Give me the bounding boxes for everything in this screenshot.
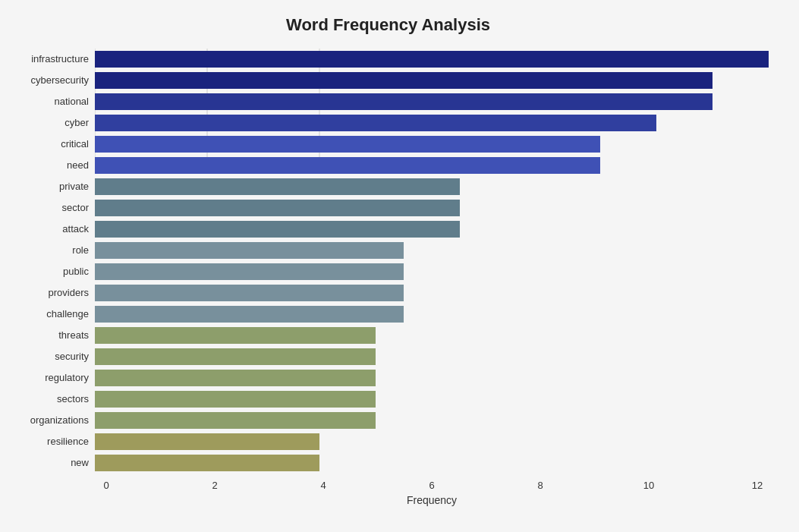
bar [95,93,712,110]
bar-row [95,325,769,346]
bar [95,221,460,238]
bar-row [95,134,769,155]
bar-row [95,91,769,112]
y-label: private [8,176,89,197]
bar [95,136,600,153]
chart-title: Word Frequency Analysis [8,15,769,35]
bar [95,72,712,89]
bar-row [95,197,769,219]
bar-row [95,155,769,176]
x-tick-label: 2 [203,480,226,491]
bar [95,327,376,344]
bar-row [95,304,769,325]
y-label: providers [8,282,89,303]
bars-area: 024681012 Frequency [95,49,769,474]
bar-row [95,70,769,91]
bar [95,433,319,450]
bar [95,455,319,471]
bar [95,391,376,408]
y-label: sectors [8,388,89,409]
bar [95,263,404,280]
bar-row [95,112,769,134]
x-tick-label: 6 [420,480,443,491]
bar [95,51,769,68]
bar-row [95,367,769,389]
x-tick-label: 12 [746,480,769,491]
bar [95,370,376,386]
y-label: cyber [8,112,89,134]
bar [95,348,376,365]
bar-row [95,261,769,282]
y-label: need [8,155,89,176]
x-axis-title: Frequency [95,494,769,506]
y-axis: infrastructurecybersecuritynationalcyber… [8,49,95,474]
bar [95,285,404,301]
bar-row [95,431,769,452]
bar [95,306,404,323]
bar [95,115,656,131]
x-tick-label: 4 [312,480,335,491]
y-label: role [8,240,89,261]
x-tick-label: 10 [637,480,660,491]
bar [95,157,600,174]
bar [95,242,404,259]
y-label: attack [8,219,89,240]
x-axis-labels: 024681012 [95,475,769,491]
y-label: critical [8,134,89,155]
y-label: sector [8,197,89,219]
x-tick-label: 8 [529,480,552,491]
y-label: national [8,91,89,112]
y-label: public [8,261,89,282]
y-label: security [8,345,89,367]
x-bottom: 024681012 Frequency [95,475,769,506]
bar-row [95,282,769,304]
y-label: challenge [8,303,89,324]
bar-row [95,410,769,431]
bar [95,200,460,216]
x-tick-label: 0 [95,480,118,491]
bar [95,178,460,195]
y-label: infrastructure [8,49,89,70]
bar-row [95,346,769,367]
y-label: cybersecurity [8,70,89,91]
bar-row [95,240,769,261]
y-label: resilience [8,430,89,452]
bar-row [95,176,769,197]
y-label: regulatory [8,367,89,388]
chart-container: Word Frequency Analysis infrastructurecy… [0,0,799,532]
bar-row [95,219,769,240]
bar [95,412,376,429]
bar-row [95,389,769,410]
chart-area: infrastructurecybersecuritynationalcyber… [8,49,769,474]
y-label: new [8,452,89,473]
bars-inner [95,49,769,474]
bar-row [95,452,769,474]
bar-row [95,49,769,70]
y-label: organizations [8,409,89,430]
y-label: threats [8,324,89,345]
